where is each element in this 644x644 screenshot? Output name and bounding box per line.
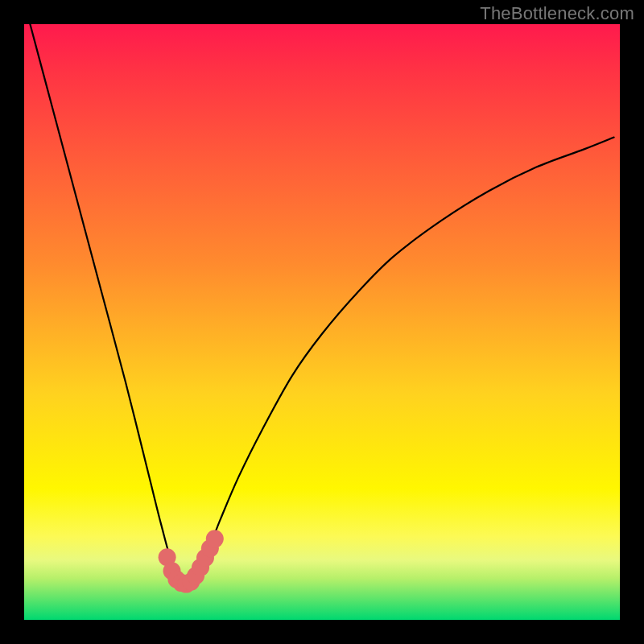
- plot-svg: [24, 24, 620, 620]
- optimal-range-markers: [159, 530, 224, 592]
- optimal-marker-dot: [206, 530, 224, 547]
- bottleneck-curve: [30, 24, 613, 584]
- plot-frame: [24, 24, 620, 620]
- watermark-label: TheBottleneck.com: [480, 3, 634, 24]
